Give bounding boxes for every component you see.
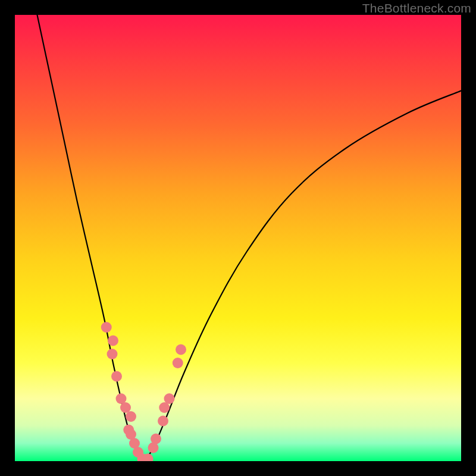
marker-point bbox=[120, 402, 131, 413]
marker-point bbox=[176, 345, 186, 355]
marker-point bbox=[173, 358, 183, 368]
chart-frame: TheBottleneck.com bbox=[0, 0, 476, 476]
marker-point bbox=[158, 416, 168, 427]
curve-group bbox=[37, 15, 462, 461]
marker-point bbox=[151, 434, 161, 444]
watermark-text: TheBottleneck.com bbox=[362, 1, 471, 15]
marker-point bbox=[111, 371, 122, 382]
chart-svg bbox=[15, 15, 461, 461]
marker-point bbox=[108, 336, 118, 346]
plot-area bbox=[15, 15, 461, 461]
marker-point bbox=[164, 393, 175, 404]
marker-point bbox=[126, 411, 136, 422]
markers-group bbox=[101, 322, 186, 461]
marker-point bbox=[101, 322, 112, 333]
series-right-branch bbox=[145, 91, 462, 462]
marker-point bbox=[107, 349, 118, 359]
series-left-branch bbox=[37, 15, 145, 461]
